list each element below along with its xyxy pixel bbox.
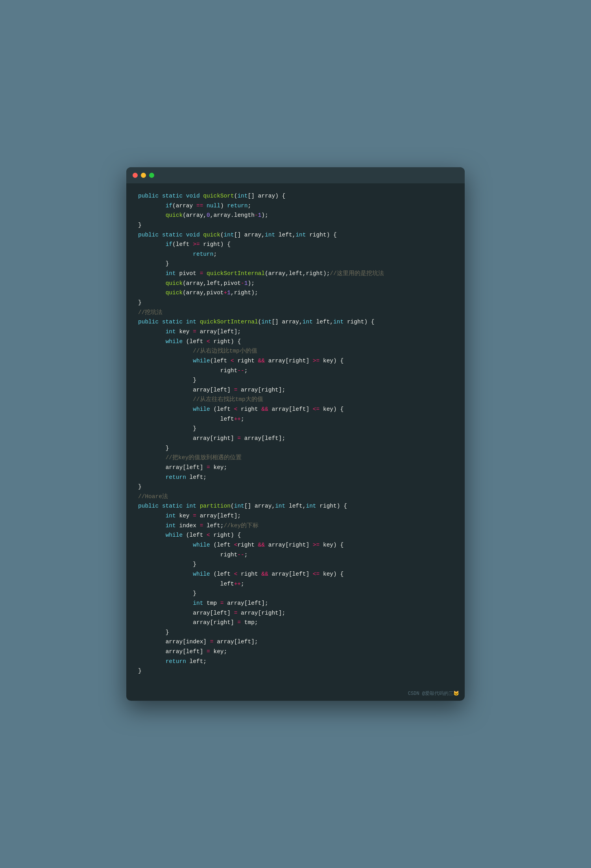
code-line: right--; [138, 550, 453, 560]
code-line: } [138, 424, 453, 434]
code-line: int tmp = array[left]; [138, 598, 453, 608]
code-line: quick(array,pivot+1,right); [138, 288, 453, 298]
code-line: array[index] = array[left]; [138, 637, 453, 647]
code-line: public static int quickSortInternal(int[… [138, 317, 453, 327]
code-line: public static int partition(int[] array,… [138, 501, 453, 511]
code-line: } [138, 259, 453, 269]
titlebar [126, 167, 465, 183]
code-line: while (left < right) { [138, 530, 453, 540]
code-line: return left; [138, 473, 453, 482]
code-line: } [138, 560, 453, 569]
code-line: while (left < right && array[left] <= ke… [138, 569, 453, 579]
code-line: right--; [138, 366, 453, 376]
code-line: left++; [138, 579, 453, 589]
code-line: array[left] = array[right]; [138, 608, 453, 618]
code-line: while(left < right && array[right] >= ke… [138, 356, 453, 366]
code-line: //从左往右找比tmp大的值 [138, 395, 453, 404]
code-line: return left; [138, 657, 453, 667]
code-line: } [138, 375, 453, 385]
code-line: int key = array[left]; [138, 327, 453, 337]
code-line: if(array == null) return; [138, 201, 453, 211]
code-window: public static void quickSort(int[] array… [126, 167, 465, 701]
code-editor: public static void quickSort(int[] array… [126, 183, 465, 688]
code-line: } [138, 589, 453, 598]
code-line: //Hoare法 [138, 492, 453, 502]
code-line: array[left] = key; [138, 463, 453, 473]
code-line: while (left < right) { [138, 337, 453, 347]
code-line: quick(array,left,pivot-1); [138, 279, 453, 288]
maximize-button[interactable] [149, 173, 154, 178]
code-line: left++; [138, 414, 453, 424]
code-line: } [138, 666, 453, 676]
code-line: } [138, 628, 453, 637]
code-line: } [138, 220, 453, 230]
code-line: array[left] = key; [138, 647, 453, 657]
code-line: int index = left;//key的下标 [138, 521, 453, 531]
code-line: array[left] = array[right]; [138, 385, 453, 395]
code-line: public static void quickSort(int[] array… [138, 191, 453, 201]
code-line: int key = array[left]; [138, 511, 453, 521]
code-line: } [138, 298, 453, 308]
code-line: } [138, 482, 453, 492]
code-line: return; [138, 249, 453, 259]
code-line: if(left >= right) { [138, 240, 453, 249]
watermark-text: CSDN @爱敲代码的三🐱 [126, 688, 465, 701]
code-line: quick(array,0,array.length-1); [138, 211, 453, 220]
code-line: //把key的值放到相遇的位置 [138, 453, 453, 463]
code-line: //从右边找比tmp小的值 [138, 346, 453, 356]
code-line: array[right] = array[left]; [138, 434, 453, 443]
code-line: public static void quick(int[] array,int… [138, 230, 453, 240]
code-line: array[right] = tmp; [138, 618, 453, 628]
code-line: } [138, 443, 453, 453]
minimize-button[interactable] [141, 173, 146, 178]
code-line: while (left < right && array[left] <= ke… [138, 404, 453, 414]
close-button[interactable] [133, 173, 138, 178]
code-line: //挖坑法 [138, 308, 453, 318]
code-line: int pivot = quickSortInternal(array,left… [138, 269, 453, 279]
code-line: while (left <right && array[right] >= ke… [138, 540, 453, 550]
